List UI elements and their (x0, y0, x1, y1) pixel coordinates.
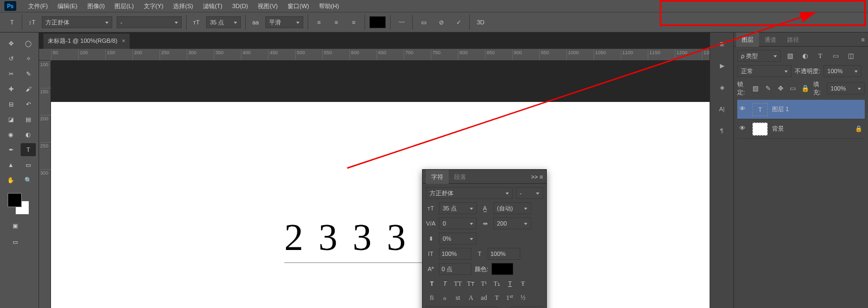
strike-button[interactable]: Ŧ (517, 278, 529, 289)
menu-window[interactable]: 窗口(W) (283, 0, 314, 12)
stylistic-button[interactable]: st (452, 292, 464, 303)
panel-toggle-icon[interactable]: ▭ (417, 16, 430, 28)
menu-type[interactable]: 文字(Y) (139, 0, 168, 12)
lock-all-icon[interactable]: 🔒 (801, 83, 810, 94)
filter-pixel-icon[interactable]: ▧ (784, 50, 796, 61)
lock-artboard-icon[interactable]: ▭ (788, 83, 797, 94)
character-panel-icon[interactable]: A| (713, 102, 731, 116)
filter-shape-icon[interactable]: ▭ (829, 50, 841, 61)
canvas[interactable]: 23333 (51, 102, 710, 308)
filter-type-icon[interactable]: T (814, 50, 826, 61)
align-right-button[interactable]: ≡ (347, 16, 360, 28)
blend-mode-select[interactable]: 正常 (737, 65, 792, 77)
italic-button[interactable]: T (439, 278, 451, 289)
document-tab[interactable]: 未标题-1 @ 100%(RGB/8) × (43, 34, 130, 49)
font-size-select[interactable]: 35 点 (206, 16, 241, 28)
brush-tool[interactable]: 🖌 (21, 82, 36, 95)
gradient-tool[interactable]: ▤ (21, 113, 36, 126)
subscript-button[interactable]: T₁ (491, 278, 503, 289)
menu-file[interactable]: 文件(F) (24, 0, 52, 12)
close-tab-icon[interactable]: × (122, 37, 125, 44)
align-center-button[interactable]: ≡ (330, 16, 343, 28)
cp-tracking[interactable]: 200 (493, 217, 531, 229)
cp-vscale[interactable]: 100% (439, 248, 471, 260)
layers-tab[interactable]: 图层 (736, 33, 759, 47)
cp-font-size[interactable]: 35 点 (439, 202, 477, 214)
commit-icon[interactable]: ✓ (452, 16, 465, 28)
antialias-select[interactable]: 平滑 (265, 16, 303, 28)
filter-adjust-icon[interactable]: ◐ (799, 50, 811, 61)
menu-3d[interactable]: 3D(D) (228, 0, 252, 12)
menu-view[interactable]: 视图(V) (253, 0, 282, 12)
fi-lig-button[interactable]: fi (426, 292, 438, 303)
superscript-button[interactable]: T¹ (478, 278, 490, 289)
font-style-select[interactable]: - (117, 16, 182, 28)
cp-leading[interactable]: (自动) (493, 202, 531, 214)
dodge-tool[interactable]: ◐ (21, 128, 36, 141)
titling-button[interactable]: A (465, 292, 477, 303)
menu-image[interactable]: 图像(I) (83, 0, 109, 12)
cp-baseline[interactable]: 0 点 (439, 263, 471, 275)
cp-font-family[interactable]: 方正舒体 (426, 187, 513, 199)
character-panel[interactable]: 字符 段落 >> ≡ 方正舒体 - тT 35 点 (422, 169, 547, 308)
text-color-swatch[interactable] (369, 16, 386, 28)
menu-select[interactable]: 选择(S) (169, 0, 197, 12)
layer-row[interactable]: 👁 背景 🔒 (737, 119, 865, 139)
marquee-tool[interactable]: ◯ (21, 37, 36, 50)
underline-button[interactable]: T (504, 278, 516, 289)
contextual-button[interactable]: T (491, 292, 503, 303)
layers-menu-icon[interactable]: ≡ (861, 36, 865, 43)
layer-row[interactable]: 👁 T 图层 1 (737, 100, 865, 119)
orientation-icon[interactable]: ↕T (27, 17, 37, 28)
shape-tool[interactable]: ▭ (21, 158, 36, 171)
paths-tab[interactable]: 路径 (782, 33, 805, 47)
cancel-icon[interactable]: ⊘ (435, 16, 448, 28)
stamp-tool[interactable]: ⊟ (3, 98, 18, 111)
cp-kerning[interactable]: 0 (439, 217, 477, 229)
3d-button[interactable]: 3D (474, 16, 487, 28)
visibility-icon[interactable]: 👁 (739, 125, 748, 133)
hand-tool[interactable]: ✋ (3, 174, 18, 187)
foreground-color[interactable] (8, 193, 22, 207)
eyedropper-tool[interactable]: ✎ (21, 67, 36, 80)
warp-text-icon[interactable]: 〰 (395, 16, 408, 28)
align-left-button[interactable]: ≡ (312, 16, 326, 28)
type-tool[interactable]: T (21, 143, 36, 156)
layer-name[interactable]: 背景 (772, 125, 784, 133)
lasso-tool[interactable]: ↺ (3, 52, 18, 65)
fill-select[interactable]: 100% (827, 82, 865, 94)
smallcaps-button[interactable]: Tᴛ (465, 278, 477, 289)
blur-tool[interactable]: ◉ (3, 128, 18, 141)
layer-name[interactable]: 图层 1 (772, 105, 789, 113)
filter-smart-icon[interactable]: ◫ (845, 50, 857, 61)
visibility-icon[interactable]: 👁 (739, 105, 748, 114)
path-select-tool[interactable]: ▲ (3, 158, 18, 171)
cp-hscale[interactable]: 100% (488, 248, 520, 260)
menu-layer[interactable]: 图层(L) (110, 0, 138, 12)
pen-tool[interactable]: ✒ (3, 143, 18, 156)
quickmask-icon[interactable]: ▣ (8, 219, 23, 232)
screenmode-icon[interactable]: ▭ (8, 235, 23, 248)
paragraph-tab[interactable]: 段落 (449, 170, 471, 184)
panel-menu-icon[interactable]: ≡ (540, 174, 543, 180)
ordinals-button[interactable]: ad (478, 292, 490, 303)
cp-font-style[interactable]: - (516, 187, 543, 199)
menu-edit[interactable]: 编辑(E) (53, 0, 82, 12)
actions-panel-icon[interactable]: ▶ (713, 59, 731, 73)
font-family-select[interactable]: 方正舒体 (42, 16, 112, 28)
history-panel-icon[interactable]: ≣ (713, 37, 731, 51)
eraser-tool[interactable]: ◪ (3, 113, 18, 126)
opacity-select[interactable]: 100% (824, 65, 861, 77)
type-tool-icon[interactable]: T (7, 17, 17, 28)
channels-tab[interactable]: 通道 (759, 33, 782, 47)
history-brush-tool[interactable]: ↶ (21, 98, 36, 111)
move-tool[interactable]: ✥ (3, 37, 18, 50)
color-fg-bg[interactable] (8, 193, 29, 215)
crop-tool[interactable]: ✂ (3, 67, 18, 80)
fraction-button[interactable]: ½ (517, 292, 529, 303)
character-tab[interactable]: 字符 (426, 170, 449, 184)
3d-panel-icon[interactable]: ◈ (713, 80, 731, 94)
bold-button[interactable]: T (426, 278, 438, 289)
menu-help[interactable]: 帮助(H) (315, 0, 343, 12)
cp-color-swatch[interactable] (492, 263, 513, 275)
